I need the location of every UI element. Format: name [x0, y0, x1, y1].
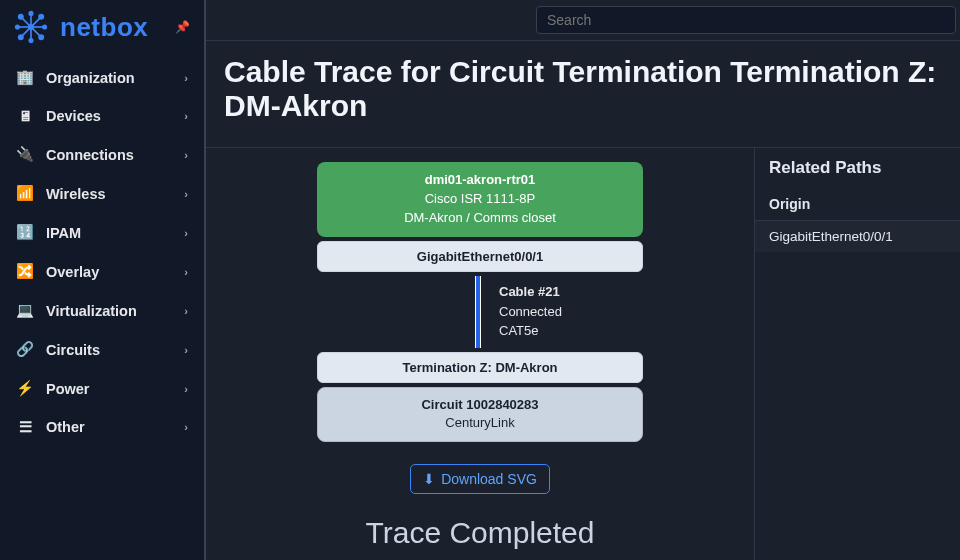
nav-label: Virtualization: [46, 303, 137, 319]
virtualization-icon: 💻: [16, 302, 34, 319]
related-col-origin: Origin: [755, 188, 960, 221]
ipam-icon: 🔢: [16, 224, 34, 241]
nav-organization[interactable]: 🏢 Organization ›: [0, 58, 204, 97]
device-name: dmi01-akron-rtr01: [317, 171, 643, 190]
svg-point-12: [28, 24, 34, 30]
nav-overlay[interactable]: 🔀 Overlay ›: [0, 252, 204, 291]
svg-point-7: [38, 34, 44, 40]
nav-label: Wireless: [46, 186, 106, 202]
download-svg-button[interactable]: ⬇ Download SVG: [410, 464, 550, 494]
cable-name: Cable #21: [499, 282, 562, 302]
chevron-right-icon: ›: [184, 383, 188, 395]
nav-ipam[interactable]: 🔢 IPAM ›: [0, 213, 204, 252]
nav-wireless[interactable]: 📶 Wireless ›: [0, 174, 204, 213]
nav-label: Overlay: [46, 264, 99, 280]
nav-label: Circuits: [46, 342, 100, 358]
main: Cable Trace for Circuit Termination Term…: [206, 0, 960, 560]
nav-label: Organization: [46, 70, 135, 86]
topbar: [206, 0, 960, 41]
brand[interactable]: netbox 📌: [0, 0, 204, 58]
nav-label: Devices: [46, 108, 101, 124]
trace-diagram: dmi01-akron-rtr01 Cisco ISR 1111-8P DM-A…: [206, 148, 754, 560]
search-input[interactable]: [536, 6, 956, 34]
svg-point-9: [28, 38, 33, 43]
trace-completed: Trace Completed: [366, 516, 595, 550]
cable-info[interactable]: Cable #21 Connected CAT5e: [499, 282, 562, 341]
svg-point-11: [42, 24, 47, 29]
circuits-icon: 🔗: [16, 341, 34, 358]
nav-label: IPAM: [46, 225, 81, 241]
svg-point-4: [18, 14, 24, 20]
circuit-id: Circuit 1002840283: [318, 396, 642, 415]
nav-power[interactable]: ⚡ Power ›: [0, 369, 204, 408]
other-icon: ☰: [16, 419, 34, 435]
wireless-icon: 📶: [16, 185, 34, 202]
svg-point-8: [28, 11, 33, 16]
nav-virtualization[interactable]: 💻 Virtualization ›: [0, 291, 204, 330]
nav-other[interactable]: ☰ Other ›: [0, 408, 204, 446]
pin-icon[interactable]: 📌: [175, 20, 190, 34]
chevron-right-icon: ›: [184, 344, 188, 356]
chevron-right-icon: ›: [184, 110, 188, 122]
chevron-right-icon: ›: [184, 149, 188, 161]
chevron-right-icon: ›: [184, 305, 188, 317]
related-heading: Related Paths: [755, 148, 960, 188]
nav-connections[interactable]: 🔌 Connections ›: [0, 135, 204, 174]
chevron-right-icon: ›: [184, 421, 188, 433]
download-icon: ⬇: [423, 471, 435, 487]
related-row[interactable]: GigabitEthernet0/0/1: [755, 221, 960, 252]
chevron-right-icon: ›: [184, 188, 188, 200]
circuit-provider: CenturyLink: [318, 414, 642, 433]
trace-circuit[interactable]: Circuit 1002840283 CenturyLink: [317, 387, 643, 443]
svg-point-5: [38, 14, 44, 20]
trace-device[interactable]: dmi01-akron-rtr01 Cisco ISR 1111-8P DM-A…: [317, 162, 643, 237]
cable-type: CAT5e: [499, 321, 562, 341]
cable-status: Connected: [499, 302, 562, 322]
related-paths: Related Paths Origin GigabitEthernet0/0/…: [754, 148, 960, 560]
svg-point-10: [15, 24, 20, 29]
download-label: Download SVG: [441, 471, 537, 487]
power-icon: ⚡: [16, 380, 34, 397]
brand-name: netbox: [60, 12, 148, 43]
nav-label: Other: [46, 419, 85, 435]
sidebar: netbox 📌 🏢 Organization › 🖥 Devices › 🔌 …: [0, 0, 206, 560]
page-title: Cable Trace for Circuit Termination Term…: [206, 41, 960, 148]
nav-devices[interactable]: 🖥 Devices ›: [0, 97, 204, 135]
netbox-logo-icon: [14, 10, 48, 44]
connections-icon: 🔌: [16, 146, 34, 163]
trace-termination[interactable]: Termination Z: DM-Akron: [317, 352, 643, 383]
trace-interface[interactable]: GigabitEthernet0/0/1: [317, 241, 643, 272]
chevron-right-icon: ›: [184, 227, 188, 239]
device-type: Cisco ISR 1111-8P: [317, 190, 643, 209]
nav-label: Power: [46, 381, 90, 397]
nav: 🏢 Organization › 🖥 Devices › 🔌 Connectio…: [0, 58, 204, 560]
devices-icon: 🖥: [16, 108, 34, 124]
organization-icon: 🏢: [16, 69, 34, 86]
cable-line: [475, 276, 481, 348]
nav-label: Connections: [46, 147, 134, 163]
svg-point-6: [18, 34, 24, 40]
nav-circuits[interactable]: 🔗 Circuits ›: [0, 330, 204, 369]
device-location: DM-Akron / Comms closet: [317, 209, 643, 228]
overlay-icon: 🔀: [16, 263, 34, 280]
chevron-right-icon: ›: [184, 72, 188, 84]
chevron-right-icon: ›: [184, 266, 188, 278]
